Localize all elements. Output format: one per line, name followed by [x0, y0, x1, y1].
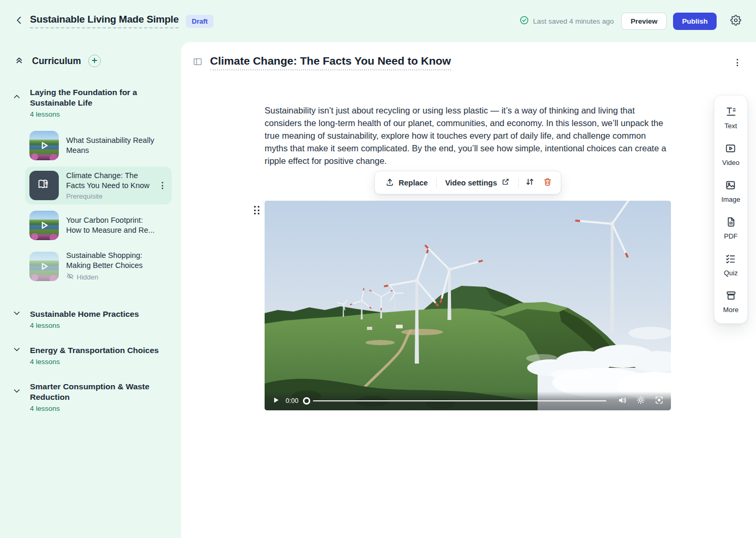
top-bar: Sustainable Living Made Simple Draft Las…	[0, 0, 756, 42]
play-overlay-icon	[29, 131, 59, 160]
curriculum-header: Curriculum	[13, 54, 172, 68]
lesson-title: Climate Change: The Facts You Need to Kn…	[66, 171, 156, 191]
lesson-item[interactable]: What Sustainability Really Means	[25, 127, 172, 164]
progress-track[interactable]	[313, 400, 606, 402]
insert-video-button[interactable]: Video	[722, 143, 739, 167]
lesson-title: Sustainable Shopping: Making Better Choi…	[66, 251, 156, 271]
video-block-toolbar: Replace Video settings	[374, 171, 561, 194]
delete-block-button[interactable]	[539, 175, 556, 190]
video-controls: 0:00	[265, 391, 671, 410]
upload-icon	[385, 178, 394, 188]
chevron-left-icon	[15, 16, 24, 26]
insert-image-button[interactable]: Image	[721, 180, 740, 203]
lesson-intro-paragraph[interactable]: Sustainability isn’t just about recyclin…	[265, 104, 671, 167]
lesson-menu-button[interactable]	[160, 180, 165, 191]
video-block: 0:00	[265, 201, 671, 410]
back-button[interactable]	[13, 14, 26, 28]
course-editor-app: Sustainable Living Made Simple Draft Las…	[0, 0, 756, 538]
lesson-item-hidden[interactable]: Sustainable Shopping: Making Better Choi…	[25, 246, 172, 286]
double-chevron-up-icon	[15, 56, 24, 66]
section-title: Laying the Foundation for a Sustainable …	[30, 87, 172, 108]
section-header[interactable]: Smarter Consumption & Waste Reduction 4 …	[13, 381, 172, 412]
preview-button[interactable]: Preview	[621, 13, 667, 30]
video-thumbnail	[29, 131, 59, 160]
section-title: Sustainable Home Practices	[30, 309, 172, 319]
section-lesson-count: 4 lessons	[30, 358, 172, 366]
play-button[interactable]	[271, 395, 281, 407]
chevron-down-icon	[13, 387, 24, 397]
section-title: Energy & Transportation Choices	[30, 345, 172, 356]
lesson-content: Sustainability isn’t just about recyclin…	[265, 104, 671, 410]
section-header[interactable]: Laying the Foundation for a Sustainable …	[13, 87, 172, 118]
top-bar-actions: Last saved 4 minutes ago Preview Publish	[520, 13, 743, 30]
collapse-all-button[interactable]	[13, 54, 26, 68]
volume-icon	[617, 396, 627, 407]
fullscreen-icon	[655, 396, 664, 406]
video-icon	[725, 143, 736, 156]
external-link-icon	[501, 178, 510, 188]
move-block-button[interactable]	[521, 175, 539, 190]
insert-quiz-button[interactable]: Quiz	[724, 253, 738, 277]
drag-handle-icon[interactable]	[252, 204, 261, 216]
insert-more-button[interactable]: More	[723, 290, 739, 314]
panel-layout-icon	[193, 57, 203, 68]
toolbar-divider	[436, 178, 437, 188]
insert-pdf-button[interactable]: PDF	[724, 216, 738, 240]
video-thumbnail	[29, 252, 59, 281]
play-overlay-icon	[29, 211, 59, 240]
lesson-editor-panel: Climate Change: The Facts You Need to Kn…	[181, 42, 756, 538]
settings-button[interactable]	[728, 13, 743, 29]
volume-button[interactable]	[616, 395, 628, 408]
status-badge: Draft	[186, 15, 213, 28]
publish-button[interactable]: Publish	[673, 13, 717, 30]
lesson-title-heading[interactable]: Climate Change: The Facts You Need to Kn…	[210, 55, 451, 70]
section-header[interactable]: Sustainable Home Practices 4 lessons	[13, 309, 172, 329]
section-title: Smarter Consumption & Waste Reduction	[30, 381, 172, 402]
video-settings-button[interactable]: Video settings	[439, 175, 516, 190]
playback-settings-button[interactable]	[635, 395, 646, 407]
lesson-list: What Sustainability Really Means Climate…	[25, 127, 172, 286]
text-icon	[726, 106, 737, 119]
last-saved-text: Last saved 4 minutes ago	[533, 17, 614, 25]
lesson-header: Climate Change: The Facts You Need to Kn…	[181, 42, 756, 70]
lesson-item[interactable]: Your Carbon Footprint: How to Measure an…	[25, 206, 172, 244]
chevron-down-icon	[13, 309, 24, 319]
section-header[interactable]: Energy & Transportation Choices 4 lesson…	[13, 345, 172, 366]
toolbar-divider	[518, 178, 519, 188]
settings-gear-icon	[636, 396, 645, 406]
lesson-badge: Prerequisite	[66, 192, 156, 200]
lesson-options-button[interactable]	[734, 57, 740, 68]
article-tile	[29, 171, 59, 200]
add-section-button[interactable]	[88, 55, 101, 67]
scrubber-handle[interactable]	[303, 397, 310, 405]
course-title[interactable]: Sustainable Living Made Simple	[30, 14, 178, 28]
trash-icon	[543, 177, 552, 188]
toggle-sidebar-button[interactable]	[191, 55, 205, 70]
save-status: Last saved 4 minutes ago	[520, 16, 614, 26]
play-overlay-icon	[29, 252, 59, 281]
replace-video-button[interactable]: Replace	[379, 175, 434, 190]
curriculum-sidebar: Curriculum Laying the Foundation for a S…	[0, 42, 181, 538]
section-lesson-count: 4 lessons	[30, 405, 172, 412]
sort-arrows-icon	[525, 177, 534, 188]
book-open-icon	[37, 178, 51, 193]
lesson-title: Your Carbon Footprint: How to Measure an…	[66, 215, 156, 235]
curriculum-title: Curriculum	[32, 56, 81, 67]
curriculum-section: Energy & Transportation Choices 4 lesson…	[13, 345, 172, 366]
check-circle-icon	[520, 16, 529, 26]
chevron-down-icon	[13, 345, 24, 356]
play-icon	[272, 396, 280, 406]
lesson-hidden-badge: Hidden	[66, 272, 156, 282]
section-lesson-count: 4 lessons	[30, 110, 172, 118]
fullscreen-button[interactable]	[654, 395, 665, 407]
video-thumbnail	[29, 211, 59, 240]
current-time: 0:00	[286, 397, 298, 405]
curriculum-section: Laying the Foundation for a Sustainable …	[13, 87, 172, 286]
insert-text-button[interactable]: Text	[724, 106, 737, 130]
lesson-item-selected[interactable]: Climate Change: The Facts You Need to Kn…	[25, 167, 172, 204]
video-frame-wind-turbines	[265, 201, 671, 410]
quiz-icon	[725, 253, 736, 266]
gear-icon	[730, 15, 741, 27]
lesson-title: What Sustainability Really Means	[66, 136, 156, 156]
video-player[interactable]: 0:00	[265, 201, 671, 410]
